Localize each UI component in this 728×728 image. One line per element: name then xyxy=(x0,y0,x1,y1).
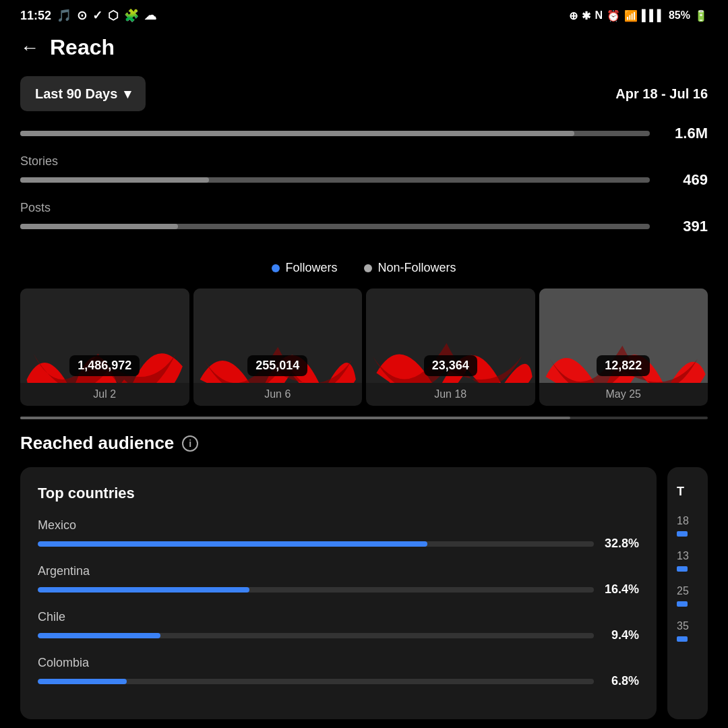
country-bar-row-argentina: 16.4% xyxy=(38,582,639,597)
followers-legend: Followers xyxy=(272,261,337,275)
post-date-3: May 25 xyxy=(539,383,708,406)
country-bar-bg-argentina xyxy=(38,587,594,593)
filter-label: Last 90 Days xyxy=(35,86,117,102)
posts-bar-container: 391 xyxy=(20,218,708,235)
puzzle-icon: 🧩 xyxy=(124,8,139,23)
stories-label: Stories xyxy=(20,154,708,169)
country-bar-row-chile: 9.4% xyxy=(38,628,639,642)
country-name-chile: Chile xyxy=(38,610,639,624)
post-date-1: Jun 6 xyxy=(193,383,363,406)
post-date-2: Jun 18 xyxy=(366,383,535,406)
partial-bar-1 xyxy=(677,566,688,572)
country-pct-chile: 9.4% xyxy=(602,628,639,642)
status-left: 11:52 🎵 ⊙ ✓ ⬡ 🧩 ☁ xyxy=(20,8,156,23)
total-stat-row: 1.6M xyxy=(20,125,708,142)
cloud-icon: ☁ xyxy=(144,8,156,23)
non-followers-dot xyxy=(364,264,372,272)
country-bar-fill-mexico xyxy=(38,541,427,547)
scroll-fill xyxy=(20,417,570,419)
followers-dot xyxy=(272,264,280,272)
reached-audience-section: Reached audience i xyxy=(0,433,728,467)
partial-num-1: 13 xyxy=(677,550,698,562)
country-bar-bg-chile xyxy=(38,633,594,638)
posts-label: Posts xyxy=(20,201,708,215)
country-row-mexico: Mexico 32.8% xyxy=(38,518,639,551)
status-right: ⊕ ✱ N ⏰ 📶 ▌▌▌ 85% 🔋 xyxy=(569,9,708,22)
partial-card-title: T xyxy=(677,485,698,499)
post-count-0: 1,486,972 xyxy=(69,355,140,376)
posts-bar xyxy=(20,224,650,229)
date-filter-button[interactable]: Last 90 Days ▾ xyxy=(20,76,146,111)
bluetooth-icon: ✱ xyxy=(582,9,590,22)
alarm-icon: ⏰ xyxy=(607,9,620,22)
country-row-chile: Chile 9.4% xyxy=(38,610,639,642)
filter-row: Last 90 Days ▾ Apr 18 - Jul 16 xyxy=(0,71,728,125)
stories-bar xyxy=(20,177,650,183)
partial-bar-0 xyxy=(677,531,688,537)
post-count-1: 255,014 xyxy=(247,355,307,376)
country-pct-colombia: 6.8% xyxy=(602,674,639,688)
wifi-icon: 📶 xyxy=(624,9,638,22)
country-name-mexico: Mexico xyxy=(38,518,639,533)
partial-num-3: 35 xyxy=(677,620,698,632)
non-followers-legend: Non-Followers xyxy=(364,261,456,275)
country-bar-fill-argentina xyxy=(38,587,249,593)
top-countries-title: Top countries xyxy=(38,485,639,502)
country-pct-mexico: 32.8% xyxy=(602,537,639,551)
gps-icon: ⊕ xyxy=(569,9,578,22)
country-row-argentina: Argentina 16.4% xyxy=(38,564,639,597)
info-icon[interactable]: i xyxy=(182,435,198,452)
country-bar-fill-colombia xyxy=(38,679,127,684)
post-thumbnail-3: 12,822 xyxy=(539,289,708,383)
total-bar xyxy=(20,131,650,136)
post-card-3[interactable]: 12,822 May 25 xyxy=(539,289,708,406)
page-title: Reach xyxy=(50,35,115,60)
spotify-icon: 🎵 xyxy=(57,8,71,23)
nfc-icon: ⬡ xyxy=(108,8,119,23)
post-card-2[interactable]: 23,364 Jun 18 xyxy=(366,289,535,406)
stories-bar-container: 469 xyxy=(20,171,708,189)
nfc2-icon: N xyxy=(595,9,603,22)
post-date-0: Jul 2 xyxy=(20,383,189,406)
non-followers-label: Non-Followers xyxy=(377,261,456,275)
post-card-1[interactable]: 255,014 Jun 6 xyxy=(193,289,363,406)
country-bar-bg-mexico xyxy=(38,541,594,547)
signal-icon: ▌▌▌ xyxy=(642,9,665,22)
partial-num-2: 25 xyxy=(677,585,698,597)
time: 11:52 xyxy=(20,9,51,23)
total-value: 1.6M xyxy=(661,125,708,142)
country-bar-row-mexico: 32.8% xyxy=(38,537,639,551)
legend: Followers Non-Followers xyxy=(0,247,728,289)
cards-row: Top countries Mexico 32.8% Argentina 16.… xyxy=(0,467,728,719)
back-button[interactable]: ← xyxy=(20,37,39,59)
country-name-argentina: Argentina xyxy=(38,564,639,578)
post-thumbnail-2: 23,364 xyxy=(366,289,535,383)
check-icon: ✓ xyxy=(92,8,102,23)
partial-item-3: 35 xyxy=(677,620,698,642)
post-thumbnail-1: 255,014 xyxy=(193,289,363,383)
posts-grid: 1,486,972 Jul 2 255,014 Jun 6 23,364 xyxy=(0,289,728,417)
total-bar-fill xyxy=(20,131,574,136)
posts-stat-row: Posts 391 xyxy=(20,201,708,235)
sync-icon: ⊙ xyxy=(77,8,87,23)
chevron-down-icon: ▾ xyxy=(124,86,131,102)
post-count-3: 12,822 xyxy=(597,355,650,376)
partial-bar-2 xyxy=(677,601,688,607)
partial-item-2: 25 xyxy=(677,585,698,607)
country-bar-bg-colombia xyxy=(38,679,594,684)
partial-right-card: T 18 13 25 35 xyxy=(667,467,708,719)
status-bar: 11:52 🎵 ⊙ ✓ ⬡ 🧩 ☁ ⊕ ✱ N ⏰ 📶 ▌▌▌ 85% 🔋 xyxy=(0,0,728,28)
posts-bar-fill xyxy=(20,224,178,229)
battery-pct: 85% xyxy=(669,9,690,22)
post-thumbnail-0: 1,486,972 xyxy=(20,289,189,383)
stories-value: 469 xyxy=(661,171,708,189)
stats-section: 1.6M Stories 469 Posts 391 xyxy=(0,125,728,235)
stories-stat-row: Stories 469 xyxy=(20,154,708,189)
followers-label: Followers xyxy=(285,261,337,275)
date-range: Apr 18 - Jul 16 xyxy=(615,86,708,102)
country-bar-row-colombia: 6.8% xyxy=(38,674,639,688)
post-card-0[interactable]: 1,486,972 Jul 2 xyxy=(20,289,189,406)
country-name-colombia: Colombia xyxy=(38,656,639,670)
country-row-colombia: Colombia 6.8% xyxy=(38,656,639,688)
total-bar-container: 1.6M xyxy=(20,125,708,142)
